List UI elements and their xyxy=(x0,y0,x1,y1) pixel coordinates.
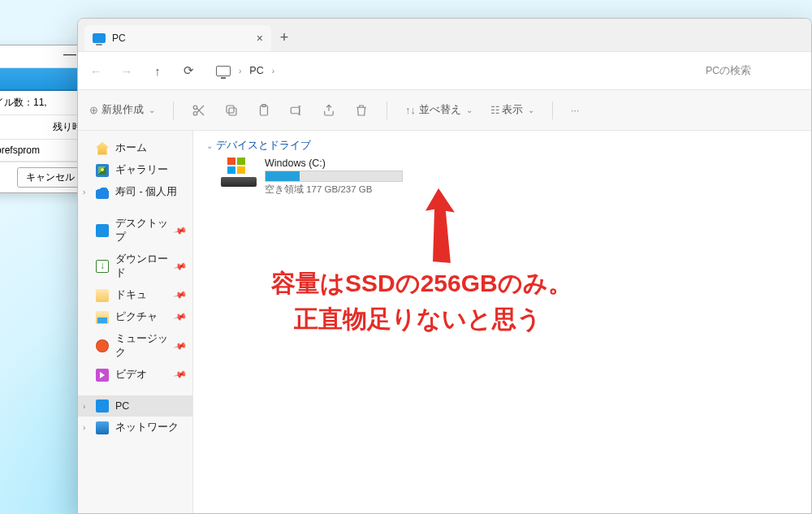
up-button[interactable]: ↑ xyxy=(149,64,166,78)
group-header-label: デバイスとドライブ xyxy=(216,139,311,153)
sidebar-item-label: ミュージック xyxy=(115,332,168,360)
copy-button[interactable] xyxy=(224,103,239,118)
breadcrumb-segment[interactable]: PC xyxy=(249,65,263,76)
sort-button[interactable]: ↑↓ 並べ替え ⌄ xyxy=(405,103,473,117)
forward-button[interactable]: → xyxy=(119,64,135,78)
more-button[interactable]: ··· xyxy=(571,105,579,116)
sort-label: 並べ替え xyxy=(419,103,461,117)
sidebar-item-pictures[interactable]: ピクチャ📌 xyxy=(78,306,192,328)
sidebar-item-onedrive[interactable]: ›寿司 - 個人用 xyxy=(78,181,192,203)
sidebar-item-label: ホーム xyxy=(115,141,147,155)
navigation-pane: ホーム ギャラリー ›寿司 - 個人用 デスクトップ📌 ダウンロード📌 ドキュ📌… xyxy=(78,131,193,513)
new-tab-button[interactable]: + xyxy=(271,29,297,51)
view-button[interactable]: ☷ 表示 ⌄ xyxy=(490,103,534,117)
svg-rect-3 xyxy=(227,106,234,113)
video-icon xyxy=(96,369,109,382)
pin-icon: 📌 xyxy=(173,223,188,238)
chevron-right-icon: › xyxy=(272,67,274,76)
search-input[interactable]: PCの検索 xyxy=(704,61,801,81)
drive-name: Windows (C:) xyxy=(265,158,403,169)
tab-strip: PC × + xyxy=(78,19,811,51)
arrow-icon xyxy=(414,183,471,272)
chevron-right-icon: › xyxy=(83,423,85,432)
pictures-icon xyxy=(96,311,109,324)
paste-button[interactable] xyxy=(257,103,271,118)
new-button-label: 新規作成 xyxy=(102,103,144,117)
plus-icon: ⊕ xyxy=(89,104,98,116)
pin-icon: 📌 xyxy=(173,287,188,302)
explorer-window: PC × + ← → ↑ ⟳ › PC › PCの検索 ⊕ 新規作成 ⌄ xyxy=(77,18,812,514)
sidebar-item-pc[interactable]: ›PC xyxy=(78,395,192,417)
cut-button[interactable] xyxy=(192,103,206,118)
rename-button[interactable] xyxy=(289,103,304,118)
chevron-right-icon: › xyxy=(239,67,241,76)
sidebar-item-gallery[interactable]: ギャラリー xyxy=(78,159,192,181)
separator xyxy=(552,102,553,119)
pin-icon: 📌 xyxy=(173,259,188,274)
sidebar-item-label: ギャラリー xyxy=(115,163,168,177)
close-tab-button[interactable]: × xyxy=(257,32,263,45)
sidebar-item-videos[interactable]: ビデオ📌 xyxy=(78,364,192,386)
copy-icon xyxy=(224,103,239,118)
view-icon: ☷ xyxy=(490,104,499,116)
address-bar: ← → ↑ ⟳ › PC › PCの検索 xyxy=(78,51,811,90)
back-button[interactable]: ← xyxy=(88,64,104,78)
share-button[interactable] xyxy=(322,103,336,118)
chevron-right-icon: › xyxy=(83,188,85,197)
sidebar-item-label: ドキュ xyxy=(115,288,147,302)
pc-icon xyxy=(93,33,106,43)
sidebar-item-label: 寿司 - 個人用 xyxy=(115,185,177,199)
pin-icon: 📌 xyxy=(173,309,188,324)
svg-rect-2 xyxy=(229,108,236,115)
cancel-button[interactable]: キャンセル xyxy=(17,167,84,188)
drive-icon xyxy=(221,158,257,187)
annotation-overlay: 容量はSSDの256GBのみ。 正直物足りないと思う xyxy=(271,266,572,336)
refresh-button[interactable]: ⟳ xyxy=(180,63,197,78)
clipboard-icon xyxy=(257,103,271,118)
sidebar-item-label: ダウンロード xyxy=(115,253,168,280)
sidebar-item-label: ネットワーク xyxy=(115,421,179,434)
drive-item-c[interactable]: Windows (C:) 空き領域 177 GB/237 GB xyxy=(221,158,798,196)
tab-label: PC xyxy=(112,32,126,44)
chevron-right-icon: › xyxy=(83,402,85,411)
sort-icon: ↑↓ xyxy=(405,104,416,116)
drive-usage-bar xyxy=(265,171,403,182)
chevron-down-icon: ⌄ xyxy=(149,106,155,114)
path-label: tion¥prefsprom xyxy=(0,140,89,162)
download-icon xyxy=(96,260,109,273)
rename-icon xyxy=(289,103,304,118)
breadcrumb[interactable]: › PC › xyxy=(216,65,274,76)
separator xyxy=(173,102,174,119)
sidebar-item-downloads[interactable]: ダウンロード📌 xyxy=(78,248,192,284)
gallery-icon xyxy=(96,164,109,177)
trash-icon xyxy=(354,103,369,118)
desktop-icon xyxy=(96,224,109,237)
sidebar-item-label: PC xyxy=(115,400,129,412)
cloud-icon xyxy=(96,186,109,199)
scissors-icon xyxy=(192,103,206,118)
delete-button[interactable] xyxy=(354,103,369,118)
sidebar-item-documents[interactable]: ドキュ📌 xyxy=(78,284,192,306)
group-header-devices[interactable]: ⌄ デバイスとドライブ xyxy=(206,139,798,153)
new-button[interactable]: ⊕ 新規作成 ⌄ xyxy=(89,103,155,117)
share-icon xyxy=(322,103,336,118)
sidebar-item-music[interactable]: ミュージック📌 xyxy=(78,328,192,364)
dialog-blue-header xyxy=(0,68,89,91)
sidebar-item-home[interactable]: ホーム xyxy=(78,137,192,159)
music-icon xyxy=(96,339,109,352)
file-count-label: ファイル数：11, xyxy=(0,91,89,115)
sidebar-item-label: ピクチャ xyxy=(115,310,158,324)
background-dialog: belCE — ファイル数：11, 残り時 tion¥prefsprom キャン… xyxy=(0,45,89,193)
sidebar-item-desktop[interactable]: デスクトップ📌 xyxy=(78,213,192,248)
sidebar-item-network[interactable]: ›ネットワーク xyxy=(78,417,192,438)
annotation-line2: 正直物足りないと思う xyxy=(294,301,572,337)
documents-icon xyxy=(96,289,109,302)
pin-icon: 📌 xyxy=(173,367,188,382)
pc-icon xyxy=(216,66,231,76)
tab-pc[interactable]: PC × xyxy=(84,25,271,51)
svg-rect-6 xyxy=(291,107,300,114)
chevron-down-icon: ⌄ xyxy=(528,106,534,114)
sidebar-item-label: デスクトップ xyxy=(115,217,168,244)
remaining-label: 残り時 xyxy=(0,115,89,140)
content-pane: ⌄ デバイスとドライブ Windows (C:) 空き領域 177 GB/237… xyxy=(193,131,811,513)
